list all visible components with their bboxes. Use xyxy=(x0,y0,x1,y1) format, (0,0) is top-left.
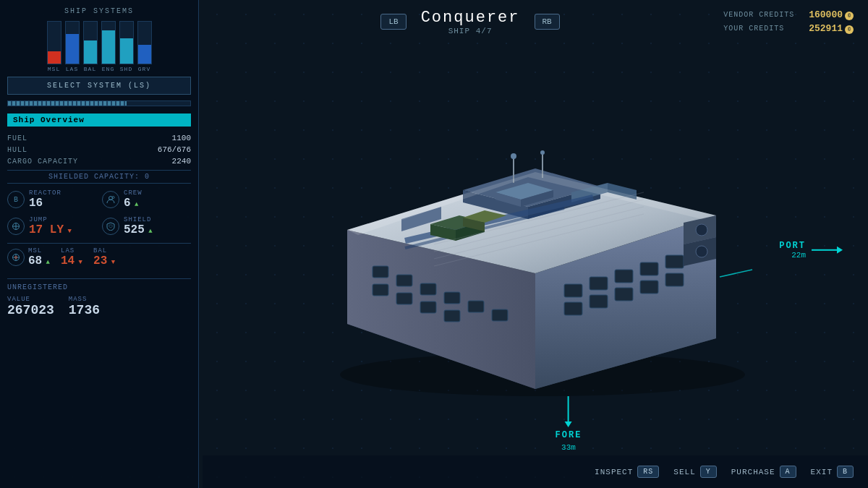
select-system-button[interactable]: SELECT SYSTEM (LS) xyxy=(7,77,191,95)
eng-bar-fill xyxy=(102,30,115,64)
ship-visual xyxy=(203,0,868,488)
shield-icon xyxy=(102,218,119,235)
hull-label: HULL xyxy=(7,146,27,154)
ship-overview-section: Ship Overview FUEL 1100 HULL 676/676 CAR… xyxy=(7,114,191,184)
las-trend: ▼ xyxy=(75,259,82,266)
jump-stat-box: JUMP 17 LY ▼ xyxy=(7,216,96,237)
ship-systems-section: SHIP SYSTEMS MSL LAS BAL xyxy=(7,7,191,106)
grv-bar-group: GRV xyxy=(137,21,152,72)
registration-status: UNREGISTERED xyxy=(7,283,191,291)
reactor-content: REACTOR 16 xyxy=(29,189,61,210)
mass-stat: MASS 1736 xyxy=(69,296,100,317)
bal-weapon-label: BAL xyxy=(93,247,115,254)
jump-icon xyxy=(7,218,25,235)
shield-label: SHIELD xyxy=(124,216,153,223)
msl-bar-fill xyxy=(48,51,61,64)
bal-trend: ▼ xyxy=(107,259,115,266)
reactor-stat-box: B REACTOR 16 xyxy=(7,189,96,210)
nav-left-button[interactable]: LB xyxy=(380,14,406,30)
purchase-label: PURCHASE xyxy=(731,468,775,476)
svg-rect-31 xyxy=(640,281,658,294)
vendor-credits-label: VENDOR CREDITS xyxy=(723,11,794,19)
las-bar-group: LAS xyxy=(65,21,80,72)
vendor-credits-value: 160000© xyxy=(809,9,854,20)
svg-point-53 xyxy=(696,246,707,257)
svg-rect-28 xyxy=(564,302,582,315)
port-marker: PORT 22m xyxy=(779,240,843,259)
weapons-row: MSL 68 ▲ LAS 14 ▼ BAL 23 ▼ xyxy=(7,243,191,272)
svg-rect-36 xyxy=(444,292,460,304)
core-stats-grid: B REACTOR 16 CREW 6 ▲ xyxy=(7,189,191,237)
svg-rect-27 xyxy=(665,255,684,268)
ship-area: PORT 22m FORE 33m xyxy=(203,0,868,488)
svg-rect-40 xyxy=(396,293,412,304)
shd-bar-label: SHD xyxy=(120,66,132,72)
svg-point-47 xyxy=(511,153,516,159)
sell-action[interactable]: SELL Y xyxy=(673,466,716,478)
cargo-label: CARGO CAPACITY xyxy=(7,158,78,166)
mass-label: MASS xyxy=(69,296,100,303)
inspect-action[interactable]: INSPECT RS xyxy=(595,466,659,478)
exit-action[interactable]: EXIT B xyxy=(811,466,854,478)
your-credits-value: 252911© xyxy=(809,23,854,34)
eng-bar-label: ENG xyxy=(102,66,114,72)
crew-value: 6 ▲ xyxy=(124,197,142,210)
shield-content: SHIELD 525 ▲ xyxy=(124,216,153,237)
grv-bar-fill xyxy=(138,45,151,64)
shield-stat-box: SHIELD 525 ▲ xyxy=(102,216,191,237)
bal-weapon-value: 23 ▼ xyxy=(93,254,115,268)
systems-bars: MSL LAS BAL ENG xyxy=(7,21,191,72)
inspect-key: RS xyxy=(637,466,659,478)
las-bar-container xyxy=(65,21,80,64)
port-label: PORT xyxy=(779,240,806,250)
svg-rect-33 xyxy=(373,266,388,278)
bal-weapon: BAL 23 ▼ xyxy=(93,247,115,268)
jump-label: JUMP xyxy=(29,216,72,223)
nav-right-button[interactable]: RB xyxy=(535,14,560,30)
bal-bar-label: BAL xyxy=(84,66,96,72)
svg-rect-26 xyxy=(640,262,658,275)
fuel-value: 1100 xyxy=(172,134,191,142)
cargo-row: CARGO CAPACITY 2240 xyxy=(7,155,191,167)
overview-header: Ship Overview xyxy=(7,114,191,127)
reactor-icon: B xyxy=(7,191,25,208)
vendor-credits-row: VENDOR CREDITS 160000© xyxy=(723,9,854,20)
grv-bar-label: GRV xyxy=(138,66,150,72)
msl-icon xyxy=(7,249,25,266)
msl-content: MSL 68 ▲ xyxy=(28,247,50,268)
las-weapon-label: LAS xyxy=(61,247,82,254)
your-credit-icon: © xyxy=(845,25,854,34)
your-credits-row: YOUR CREDITS 252911© xyxy=(723,23,854,34)
svg-rect-30 xyxy=(615,288,633,301)
port-dist: 22m xyxy=(791,250,806,259)
value-stat: VALUE 267023 xyxy=(7,296,54,317)
exit-key: B xyxy=(837,466,854,478)
msl-weapon-value: 68 ▲ xyxy=(28,254,50,268)
fore-marker: FORE 33m xyxy=(556,396,582,452)
svg-rect-42 xyxy=(444,310,460,322)
msl-weapon: MSL 68 ▲ xyxy=(7,247,50,268)
reactor-value: 16 xyxy=(29,197,61,210)
eng-bar-group: ENG xyxy=(101,21,116,72)
fore-label: FORE xyxy=(556,430,582,440)
your-credits-label: YOUR CREDITS xyxy=(723,25,784,33)
system-progress-fill xyxy=(8,101,127,106)
crew-icon xyxy=(102,191,119,208)
las-content: LAS 14 ▼ xyxy=(61,247,82,268)
ship-name-group: Conquerer SHIP 4/7 xyxy=(421,9,520,35)
grv-bar-container xyxy=(137,21,152,64)
shd-bar-fill xyxy=(120,38,133,64)
ship-svg xyxy=(289,85,781,403)
shielded-row: SHIELDED CAPACITY: 0 xyxy=(7,170,191,184)
eng-bar-container xyxy=(101,21,116,64)
shd-bar-container xyxy=(119,21,134,64)
svg-rect-24 xyxy=(590,277,608,290)
crew-trend-icon: ▲ xyxy=(131,201,139,208)
svg-rect-23 xyxy=(564,284,582,297)
mass-number: 1736 xyxy=(69,303,100,317)
purchase-action[interactable]: PURCHASE A xyxy=(731,466,796,478)
value-number: 267023 xyxy=(7,303,54,317)
svg-rect-34 xyxy=(396,275,412,286)
shield-value: 525 ▲ xyxy=(124,223,153,237)
left-panel: SHIP SYSTEMS MSL LAS BAL xyxy=(0,0,199,488)
